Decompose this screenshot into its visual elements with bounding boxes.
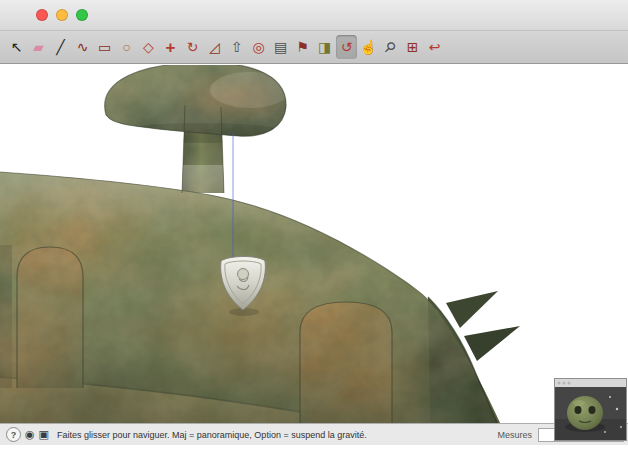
eraser-icon: ▰ [33,40,44,54]
preview-thumbnail [555,379,626,440]
zoom-tool-button[interactable]: ⚲ [380,35,401,59]
polygon-icon: ◇ [143,40,154,54]
cap-highlight [210,72,290,108]
previous-view-tool-button[interactable]: ↩ [424,35,445,59]
tape-measure-icon: ▤ [274,40,287,54]
scale-icon: ◿ [209,40,220,54]
polygon-tool-button[interactable]: ◇ [138,35,159,59]
3d-model-canvas[interactable] [0,65,628,423]
move-icon: + [166,39,176,56]
rectangle-tool-button[interactable]: ▭ [94,35,115,59]
measurements-label: Mesures [497,430,532,440]
robot-spike-upper[interactable] [446,291,498,328]
zoom-extents-tool-button[interactable]: ⊞ [402,35,423,59]
orbit-tool-button[interactable]: ↺ [336,35,357,59]
pan-icon: ☝ [360,40,377,54]
screen: { "colors": { "traffic_close": "#fc5753"… [0,0,628,472]
offset-tool-button[interactable]: ◎ [248,35,269,59]
model-preview-window[interactable] [554,378,627,441]
geolocation-icon[interactable]: ◉ [25,428,35,441]
offset-icon: ◎ [252,40,264,54]
modeling-viewport[interactable] [0,65,628,423]
window-titlebar [0,0,628,31]
select-icon: ↖ [11,40,23,54]
paint-bucket-tool-button[interactable]: ◨ [314,35,335,59]
minimize-window-button[interactable] [56,9,68,21]
push-pull-icon: ⇧ [231,40,243,54]
circle-tool-button[interactable]: ○ [116,35,137,59]
move-tool-button[interactable]: + [160,35,181,59]
help-icon[interactable]: ? [6,427,21,442]
status-hint-text: Faites glisser pour naviguer. Maj = pano… [57,430,367,440]
tape-measure-tool-button[interactable]: ▤ [270,35,291,59]
paint-bucket-icon: ◨ [318,40,331,54]
preview-titlebar [555,379,626,387]
preview-robot-head [567,396,603,430]
rotate-tool-button[interactable]: ↻ [182,35,203,59]
top-highlight [0,165,460,235]
rotate-icon: ↻ [187,40,199,54]
robot-spike-lower[interactable] [464,326,520,361]
shield-crest-boss [238,269,249,280]
previous-view-icon: ↩ [429,40,441,54]
label-icon: ⚑ [296,40,309,54]
scale-tool-button[interactable]: ◿ [204,35,225,59]
freehand-icon: ∿ [77,40,89,54]
tool-palette: ↖ ▰ ╱ ∿ ▭ ○ ◇ + ↻ ◿ ⇧ ◎ ▤ ⚑ ◨ ↺ ☝ ⚲ ⊞ ↩ [0,31,628,64]
circle-icon: ○ [122,40,130,54]
model-info-icon[interactable]: ▣ [39,428,49,441]
status-bar: ? ◉ ▣ Faites glisser pour naviguer. Maj … [0,423,628,445]
line-icon: ╱ [56,40,64,54]
push-pull-tool-button[interactable]: ⇧ [226,35,247,59]
select-tool-button[interactable]: ↖ [6,35,27,59]
zoom-icon: ⚲ [382,38,399,55]
zoom-extents-icon: ⊞ [407,40,419,54]
eraser-tool-button[interactable]: ▰ [28,35,49,59]
close-window-button[interactable] [36,9,48,21]
label-tool-button[interactable]: ⚑ [292,35,313,59]
freehand-tool-button[interactable]: ∿ [72,35,93,59]
desktop-background [0,446,628,472]
orbit-icon: ↺ [341,40,353,54]
rectangle-icon: ▭ [98,40,111,54]
line-tool-button[interactable]: ╱ [50,35,71,59]
pan-tool-button[interactable]: ☝ [358,35,379,59]
zoom-window-button[interactable] [76,9,88,21]
